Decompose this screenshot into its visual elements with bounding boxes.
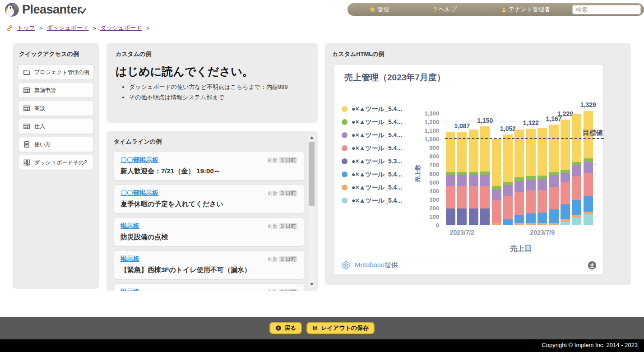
bar-2023/7/12[interactable]	[572, 114, 581, 225]
save-layout-button[interactable]: レイアウトの保存	[306, 322, 375, 334]
quick-access-item[interactable]: 商談	[18, 101, 94, 116]
bar-2023/7/10[interactable]	[549, 125, 559, 225]
bar-2023/7/9[interactable]	[537, 128, 547, 225]
command-bar: 戻る レイアウトの保存	[0, 317, 644, 339]
nav-admin-label: 管理	[377, 5, 389, 14]
person-icon	[501, 7, 507, 13]
bar-2023/7/3[interactable]	[469, 130, 478, 225]
copyright-footer: Copyright © Implem Inc. 2014 - 2023	[0, 339, 644, 352]
bar-segment	[584, 162, 593, 173]
y-tick-label: 1,300	[424, 110, 439, 117]
question-icon: ?	[433, 6, 437, 13]
legend-item[interactable]: ●×▲ツール_5.4...	[342, 129, 402, 142]
bar-segment	[561, 182, 570, 205]
legend-item[interactable]: ●×▲ツール_5.3...	[342, 155, 402, 168]
provider-suffix: 提供	[385, 261, 398, 269]
nav-help[interactable]: ? ヘルプ	[433, 5, 457, 14]
breadcrumb-link[interactable]: ダッシュボード	[100, 24, 142, 32]
legend-item-label: ●×▲ツール_5.4...	[352, 197, 402, 205]
timeline-record-link[interactable]: 〇〇部掲示板	[120, 156, 158, 164]
legend-item[interactable]: ●×▲ツール_5.4...	[342, 102, 402, 116]
download-icon[interactable]	[587, 260, 597, 270]
save-icon	[312, 325, 318, 331]
legend-item[interactable]: ●×▲ツール_5.4...	[342, 116, 402, 129]
timeline-card: 掲示板更新 3 日前【緊急】西棟3Fのトイレ使用不可（漏水）	[114, 250, 304, 279]
nav-admin[interactable]: 管理	[370, 5, 389, 14]
legend-item[interactable]: ●×▲ツール_5.4...	[342, 142, 402, 155]
gear-icon	[370, 7, 375, 13]
timeline-updated: 更新 3 日前	[267, 255, 297, 263]
bar-segment	[457, 186, 467, 208]
document-icon	[23, 141, 30, 148]
timeline-record-link[interactable]: 掲示板	[120, 255, 139, 263]
nav-help-label: ヘルプ	[439, 5, 457, 14]
timeline-updated: 更新 3 日前	[267, 288, 297, 291]
bar-segment	[549, 187, 559, 209]
provider-brand[interactable]: Metabase	[355, 261, 385, 269]
bar-2023/7/5[interactable]	[492, 139, 501, 225]
nav-user[interactable]: テナント管理者	[501, 5, 550, 14]
y-tick-label: 600	[429, 171, 439, 177]
scroll-down-icon[interactable]	[309, 281, 315, 287]
legend-dot-icon	[342, 132, 347, 138]
bar-2023/7/13[interactable]	[584, 111, 593, 225]
bar-segment	[457, 175, 467, 186]
back-button[interactable]: 戻る	[269, 322, 302, 334]
timeline-record-link[interactable]: 掲示板	[120, 222, 139, 230]
bar-segment	[503, 185, 513, 196]
bar-2023/7/8[interactable]	[526, 129, 536, 225]
bar-segment	[514, 130, 524, 177]
bar-2023/7/4[interactable]	[480, 126, 490, 225]
timeline-record-link[interactable]: 〇〇部掲示板	[120, 189, 158, 197]
bar-segment	[561, 222, 570, 225]
bar-segment	[457, 208, 467, 225]
scrollbar-thumb[interactable]	[309, 142, 315, 206]
custom-html-panel: カスタムHTMLの例 売上管理（2023年7月度） ●×▲ツール_5.4...●…	[325, 43, 631, 285]
bar-segment	[526, 176, 536, 180]
legend-dot-icon	[342, 185, 347, 190]
bar-segment	[480, 171, 490, 175]
logo-check-icon	[80, 8, 87, 16]
bar-value-label: 1,229	[557, 110, 573, 117]
chart-card-footer: Metabase提供	[334, 256, 603, 274]
custom-panel-title: カスタムの例	[116, 50, 309, 58]
bar-segment	[492, 200, 501, 223]
quick-access-list: プロジェクト管理の例稟議申請商談仕入使い方ダッシュボードその2	[18, 65, 94, 170]
bar-2023/7/7[interactable]	[514, 130, 524, 225]
legend-item[interactable]: ●×▲ツール_5.4...	[342, 194, 402, 207]
bar-segment	[503, 134, 513, 182]
quick-access-item[interactable]: 使い方	[18, 137, 94, 152]
save-layout-button-label: レイアウトの保存	[321, 324, 369, 332]
quick-access-item[interactable]: ダッシュボードその2	[18, 155, 94, 170]
search-input[interactable]	[572, 5, 641, 14]
breadcrumb-link[interactable]: トップ	[17, 24, 35, 32]
quick-access-item[interactable]: 仕入	[18, 119, 94, 134]
timeline-record-link[interactable]: 掲示板	[120, 288, 139, 291]
bar-segment	[584, 158, 593, 162]
legend-item[interactable]: ●×▲ツール_5.4...	[342, 181, 402, 194]
bar-segment	[549, 175, 559, 187]
y-tick-label: 100	[429, 213, 439, 220]
scroll-up-icon[interactable]	[309, 134, 315, 141]
goal-line	[445, 138, 604, 139]
timeline-card-body: 防災設備の点検	[120, 233, 297, 241]
quick-access-item-label: 稟議申請	[34, 87, 56, 94]
bar-2023/7/1[interactable]	[446, 132, 455, 225]
timeline-scrollbar[interactable]	[309, 134, 315, 287]
bar-2023/7/2[interactable]	[457, 132, 467, 225]
chart-card: 売上管理（2023年7月度） ●×▲ツール_5.4...●×▲ツール_5.4..…	[334, 64, 604, 274]
bar-value-label: 1,052	[500, 125, 516, 132]
legend-item[interactable]: ●×▲ツール_5.4...	[342, 168, 402, 181]
quick-access-item[interactable]: プロジェクト管理の例	[18, 65, 94, 80]
bar-2023/7/11[interactable]	[561, 120, 570, 225]
breadcrumb-link[interactable]: ダッシュボード	[47, 24, 89, 32]
quick-access-item[interactable]: 稟議申請	[18, 83, 94, 98]
pleasanter-logo[interactable]: Pleasanter	[5, 2, 87, 17]
back-button-label: 戻る	[284, 324, 296, 332]
timeline-updated-time: 3 日前	[279, 223, 297, 229]
quick-access-item-label: ダッシュボードその2	[34, 159, 87, 167]
legend-dot-icon	[342, 106, 347, 112]
bar-segment	[514, 181, 524, 192]
bar-2023/7/6[interactable]	[503, 134, 513, 225]
bar-segment	[537, 128, 547, 176]
